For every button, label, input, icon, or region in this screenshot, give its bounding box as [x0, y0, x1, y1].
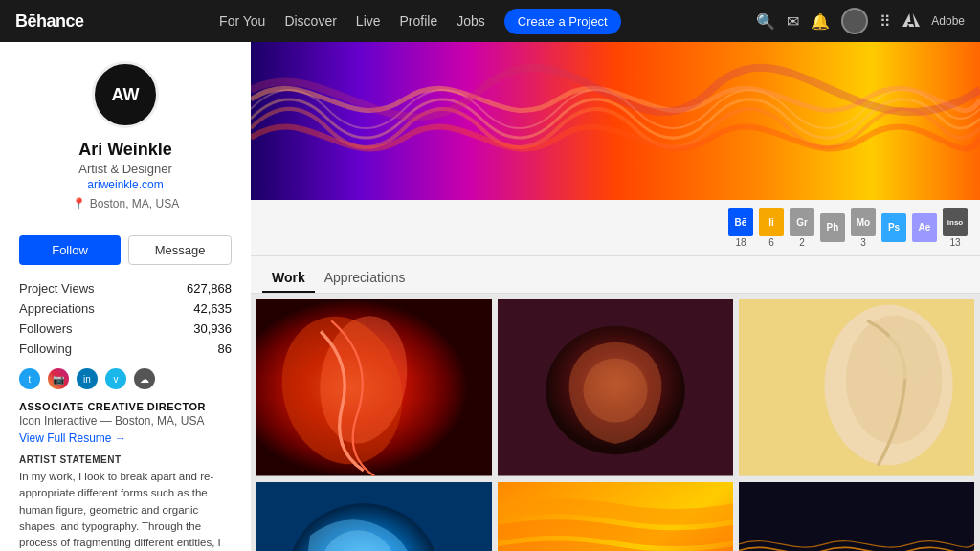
stat-appreciations: Appreciations 42,635: [19, 298, 232, 319]
tabs-row: Work Appreciations: [251, 256, 980, 294]
tab-work[interactable]: Work: [262, 264, 315, 293]
nav-jobs[interactable]: Jobs: [457, 13, 485, 29]
avatar-initials: AW: [112, 85, 140, 105]
gr-badge-count: 2: [799, 237, 805, 248]
view-resume-link[interactable]: View Full Resume →: [19, 431, 232, 445]
gallery-art-6: [739, 482, 974, 552]
stats-table: Project Views 627,868 Appreciations 42,6…: [19, 278, 232, 359]
main-layout: AW Ari Weinkle Artist & Designer ariwein…: [0, 42, 980, 551]
cover-art: [251, 42, 980, 200]
adobe-label: Adobe: [931, 14, 965, 28]
mail-icon[interactable]: ✉: [787, 12, 799, 31]
badge-illustrator[interactable]: Ii 6: [758, 208, 785, 248]
badge-gr[interactable]: Gr 2: [789, 208, 815, 248]
other-social-icon[interactable]: ☁: [134, 368, 155, 389]
instagram-icon[interactable]: 📷: [48, 368, 69, 389]
nav-for-you[interactable]: For You: [219, 13, 265, 29]
badge-behance[interactable]: Bē 18: [727, 208, 754, 248]
badge-ph[interactable]: Ph: [819, 213, 846, 243]
artist-statement-label: ARTIST STATEMENT: [19, 454, 232, 465]
user-avatar[interactable]: [841, 8, 868, 34]
nav-profile[interactable]: Profile: [400, 13, 438, 29]
gr-badge-icon: Gr: [790, 208, 814, 236]
svg-rect-16: [739, 482, 974, 552]
social-icons: t 📷 in v ☁: [19, 368, 232, 389]
gallery-item-3[interactable]: [739, 299, 974, 476]
profile-location: 📍 Boston, MA, USA: [19, 197, 232, 210]
nav-live[interactable]: Live: [356, 13, 381, 29]
vimeo-icon[interactable]: v: [105, 368, 126, 389]
inso-badge-icon: inso: [943, 208, 968, 236]
gallery-item-4[interactable]: [256, 482, 492, 552]
artist-statement-text: In my work, I look to break apart and re…: [19, 469, 232, 551]
brand-logo[interactable]: Bēhance: [15, 11, 84, 32]
gallery-art-5: [498, 482, 733, 552]
nav-discover[interactable]: Discover: [284, 13, 336, 29]
search-icon[interactable]: 🔍: [756, 12, 775, 31]
svg-point-11: [883, 326, 937, 380]
gallery-item-5[interactable]: [498, 482, 733, 552]
gallery-art-4: [256, 482, 492, 552]
profile-avatar: AW: [92, 61, 159, 128]
ps-badge-icon: Ps: [881, 213, 906, 242]
stat-following: Following 86: [19, 339, 232, 359]
badge-ps[interactable]: Ps: [880, 213, 907, 243]
navbar-right: 🔍 ✉ 🔔 ⠿ Adobe: [756, 8, 965, 34]
gallery-item-6[interactable]: [739, 482, 974, 552]
badge-inso[interactable]: inso 13: [942, 208, 969, 248]
svg-point-6: [583, 359, 647, 423]
job-section: Associate Creative Director Icon Interac…: [19, 401, 232, 445]
stat-project-views: Project Views 627,868: [19, 278, 232, 298]
profile-header: AW Ari Weinkle Artist & Designer ariwein…: [0, 42, 251, 222]
mo-badge-icon: Mo: [851, 208, 876, 236]
behance-badge-icon: Bē: [728, 208, 753, 236]
profile-name: Ari Weinkle: [19, 140, 232, 160]
follow-button[interactable]: Follow: [19, 235, 121, 265]
badge-ae[interactable]: Ae: [911, 213, 938, 243]
illustrator-badge-icon: Ii: [759, 208, 784, 236]
gallery-art-1: [256, 299, 492, 476]
profile-sidebar: AW Ari Weinkle Artist & Designer ariwein…: [0, 42, 251, 551]
illustrator-badge-count: 6: [768, 237, 774, 248]
ae-badge-icon: Ae: [912, 213, 937, 242]
twitter-icon[interactable]: t: [19, 368, 40, 389]
tab-appreciations[interactable]: Appreciations: [315, 264, 415, 293]
linkedin-icon[interactable]: in: [77, 368, 98, 389]
cover-svg: [251, 42, 980, 200]
stat-followers: Followers 30,936: [19, 319, 232, 339]
behance-badge-count: 18: [735, 237, 746, 248]
adobe-logo-icon: [902, 11, 920, 32]
grid-icon[interactable]: ⠿: [880, 12, 891, 31]
gallery-art-2: [498, 299, 733, 476]
profile-title: Artist & Designer: [19, 162, 232, 176]
create-project-button[interactable]: Create a Project: [504, 9, 621, 34]
gallery-item-1[interactable]: [256, 299, 492, 476]
badge-mo[interactable]: Mo 3: [850, 208, 877, 248]
content-area: Bē 18 Ii 6 Gr 2 Ph Mo 3 Ps: [251, 42, 980, 551]
gallery-art-3: [739, 299, 974, 476]
badges-row: Bē 18 Ii 6 Gr 2 Ph Mo 3 Ps: [251, 200, 980, 256]
notification-icon[interactable]: 🔔: [811, 12, 830, 31]
ph-badge-icon: Ph: [820, 213, 845, 242]
message-button[interactable]: Message: [128, 235, 232, 265]
mo-badge-count: 3: [860, 237, 866, 248]
gallery-item-2[interactable]: [498, 299, 733, 476]
location-pin-icon: 📍: [72, 197, 86, 210]
inso-badge-count: 13: [949, 237, 960, 248]
navbar: Bēhance For You Discover Live Profile Jo…: [0, 0, 980, 42]
profile-actions: Follow Message: [19, 235, 232, 265]
gallery-grid: [251, 294, 980, 551]
profile-website[interactable]: ariweinkle.com: [19, 178, 232, 191]
nav-links: For You Discover Live Profile Jobs Creat…: [107, 9, 734, 34]
cover-image: [251, 42, 980, 200]
